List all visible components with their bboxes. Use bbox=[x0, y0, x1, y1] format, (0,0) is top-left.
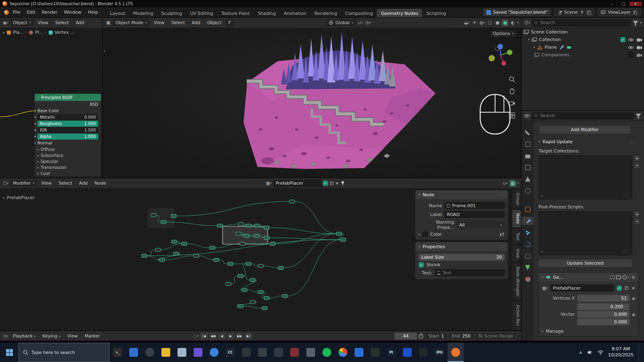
color-presets-icon[interactable] bbox=[499, 232, 505, 237]
navigation-gizmo[interactable] bbox=[488, 43, 513, 68]
gizmo-toggle-icon[interactable]: ✛ bbox=[471, 20, 478, 26]
tab-uv-editing[interactable]: UV Editing bbox=[186, 9, 217, 18]
tab-tool-icon[interactable] bbox=[522, 128, 534, 136]
tab-render-icon[interactable] bbox=[522, 140, 534, 148]
stopwatch-icon[interactable] bbox=[418, 333, 424, 339]
start-button[interactable] bbox=[0, 343, 19, 362]
tab-view-layer-icon[interactable] bbox=[522, 163, 534, 171]
target-collections-list[interactable]: ▸ :::: bbox=[539, 155, 632, 200]
shading-rendered-icon[interactable]: ◐ bbox=[510, 20, 516, 26]
volume-icon[interactable] bbox=[587, 350, 593, 355]
section-specular[interactable]: ▸Specular bbox=[37, 158, 98, 164]
taskbar-app-blender[interactable] bbox=[448, 343, 464, 362]
tab-physics-icon[interactable] bbox=[522, 240, 534, 248]
taskbar-app-creative-cloud[interactable]: CC bbox=[222, 343, 238, 362]
color-expand-icon[interactable]: ▸ bbox=[419, 232, 420, 236]
snap-magnet-icon[interactable]: ∪▾ bbox=[357, 20, 363, 26]
viewport-menu-view[interactable]: View bbox=[151, 19, 167, 26]
viewport-menu-object[interactable]: Object bbox=[204, 19, 225, 26]
prev-keyframe-button[interactable]: ◀◀ bbox=[209, 333, 217, 339]
vtab-view[interactable]: View bbox=[512, 245, 521, 261]
taskbar-app-app-dark-4[interactable] bbox=[415, 343, 431, 362]
end-frame-field[interactable]: End250 bbox=[448, 332, 474, 340]
taskbar-app-app-dark-3[interactable] bbox=[270, 343, 287, 362]
principled-bsdf-node[interactable]: ▾Principled BSDF BSD Base Color Metallic… bbox=[34, 93, 101, 177]
node-label-field[interactable] bbox=[444, 211, 505, 218]
close-button[interactable]: × bbox=[630, 2, 642, 6]
taskbar-app-substance-painter[interactable]: Pt bbox=[383, 343, 399, 362]
tab-sculpting[interactable]: Sculpting bbox=[157, 9, 186, 18]
node-tree-name-field[interactable]: PrefabPlacer bbox=[273, 180, 322, 187]
taskbar-app-app-dark-1[interactable] bbox=[238, 343, 254, 362]
show-desktop-button[interactable] bbox=[638, 343, 640, 362]
shading-material-icon[interactable]: ● bbox=[502, 20, 508, 26]
properties-search[interactable] bbox=[532, 112, 634, 119]
decorator-dot[interactable]: ● bbox=[632, 296, 635, 300]
modifier-extras-icon[interactable]: ▾ bbox=[628, 276, 630, 279]
taskbar-app-app-red[interactable] bbox=[287, 343, 303, 362]
edit-mode-toggle-icon[interactable] bbox=[610, 276, 615, 279]
shader-menu-add[interactable]: Add bbox=[73, 19, 87, 26]
roughness-slider[interactable]: Roughness1.000 bbox=[37, 121, 98, 127]
modifier-panel-header[interactable]: ▾ Ge... ▾ × bbox=[539, 273, 638, 282]
tab-rendering[interactable]: Rendering bbox=[310, 9, 341, 18]
tab-texture-paint[interactable]: Texture Paint bbox=[217, 9, 254, 18]
alpha-slider[interactable]: Alpha1.000 bbox=[37, 134, 98, 140]
outliner-search[interactable] bbox=[532, 19, 631, 27]
section-subsurface[interactable]: ▸Subsurface bbox=[37, 152, 98, 158]
timeline-menu-view[interactable]: View bbox=[64, 333, 80, 339]
copy-icon[interactable] bbox=[329, 181, 334, 186]
bsdf-node-header[interactable]: ▾Principled BSDF bbox=[35, 94, 101, 101]
collection-checkbox[interactable] bbox=[629, 52, 634, 58]
outliner-row-components[interactable]: Components bbox=[522, 51, 644, 59]
add-script-button[interactable]: + bbox=[634, 211, 640, 217]
modifier-close-icon[interactable]: × bbox=[632, 275, 635, 280]
scene-selector[interactable]: Scene bbox=[554, 8, 595, 16]
node-menu-view[interactable]: View bbox=[39, 180, 55, 187]
jump-to-end-button[interactable]: ▶| bbox=[245, 333, 252, 339]
timeline-menu-keying[interactable]: Keying ▾ bbox=[40, 333, 63, 339]
expand-icon[interactable]: ▸ bbox=[534, 45, 535, 49]
tab-compositing[interactable]: Compositing bbox=[341, 9, 377, 18]
taskbar-app-app-dark-green[interactable] bbox=[367, 343, 383, 362]
filter-icon[interactable] bbox=[635, 113, 642, 119]
add-collection-button[interactable]: + bbox=[634, 155, 640, 161]
section-transmission[interactable]: ▸Transmission bbox=[37, 165, 98, 170]
minimize-button[interactable]: – bbox=[605, 2, 617, 6]
taskbar-app-app-dark-2[interactable] bbox=[254, 343, 270, 362]
play-reverse-button[interactable]: ◀ bbox=[218, 333, 226, 339]
text-field[interactable] bbox=[435, 269, 505, 276]
eye-icon[interactable] bbox=[628, 45, 634, 50]
current-frame-field[interactable]: 44 bbox=[394, 333, 417, 339]
taskbar-app-notepad[interactable] bbox=[174, 343, 190, 362]
realtime-toggle-icon[interactable] bbox=[616, 276, 621, 279]
collapse-arrow-icon[interactable]: ▸ bbox=[3, 31, 5, 34]
shader-type-dropdown[interactable]: Object▾ bbox=[10, 19, 34, 26]
node-context-dropdown[interactable]: Modifier▾ bbox=[10, 180, 37, 187]
jump-to-start-button[interactable]: |◀ bbox=[200, 333, 208, 339]
properties-editor-icon[interactable]: ▤▾ bbox=[524, 113, 530, 119]
taskbar-app-chrome[interactable] bbox=[335, 343, 351, 362]
timeline-editor-icon[interactable]: ◷▾ bbox=[2, 333, 9, 339]
pin-icon[interactable] bbox=[580, 10, 584, 15]
copy-icon[interactable] bbox=[633, 10, 638, 15]
proportional-edit-icon[interactable]: ◎▾ bbox=[365, 20, 371, 26]
visibility-dropdown-icon[interactable]: ◒▾ bbox=[464, 20, 470, 26]
taskbar-app-browser-dark[interactable] bbox=[142, 343, 158, 362]
base-color-row[interactable]: Base Color bbox=[37, 108, 98, 114]
taskbar-app-spotify[interactable] bbox=[319, 343, 335, 362]
overlays-toggle-icon[interactable]: ◍ bbox=[510, 180, 516, 187]
shrink-checkbox[interactable]: ✓ bbox=[419, 262, 424, 267]
shading-dropdown-icon[interactable]: ▾ bbox=[517, 21, 519, 25]
render-visibility-icon[interactable] bbox=[636, 45, 642, 50]
tab-particles-icon[interactable] bbox=[522, 228, 534, 237]
remove-collection-button[interactable]: − bbox=[634, 162, 640, 169]
render-visibility-icon[interactable] bbox=[636, 37, 642, 42]
unlink-icon[interactable]: × bbox=[632, 286, 635, 291]
render-toggle-icon[interactable] bbox=[622, 276, 627, 279]
unlink-icon[interactable]: × bbox=[335, 181, 339, 186]
keying-set-icon[interactable]: ◌▾ bbox=[193, 333, 199, 339]
network-icon[interactable] bbox=[598, 350, 603, 355]
editor-type-icon[interactable]: ◉▾ bbox=[2, 20, 9, 26]
warning-propagation-dropdown[interactable]: All▾ bbox=[456, 221, 505, 228]
